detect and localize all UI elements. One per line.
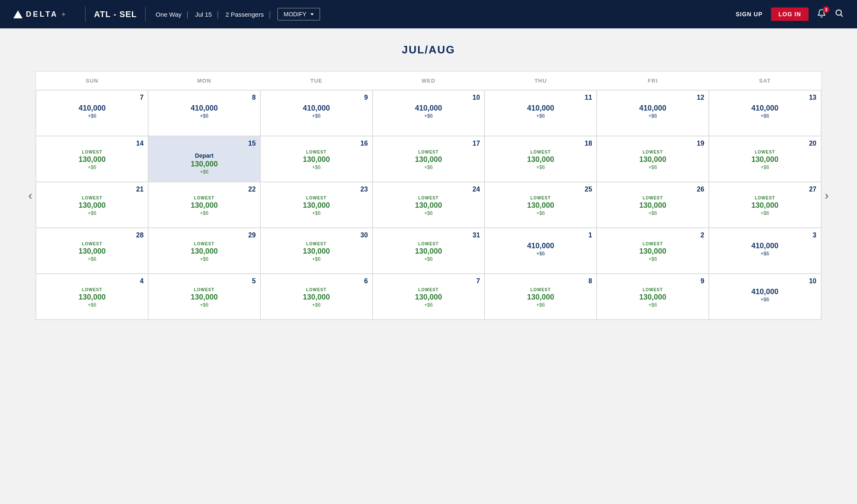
- cell-content: LOWEST130,000+$6: [489, 196, 592, 216]
- calendar-cell[interactable]: 3410,000+$6: [709, 228, 821, 274]
- lowest-label: LOWEST: [530, 150, 551, 154]
- lowest-label: LOWEST: [418, 196, 439, 200]
- calendar-cell[interactable]: 8LOWEST130,000+$6: [484, 274, 597, 320]
- cell-content: LOWEST130,000+$6: [601, 150, 704, 170]
- calendar-cell[interactable]: 15Depart130,000+$6: [148, 136, 260, 182]
- cell-fee: +$6: [537, 210, 545, 216]
- calendar-cell[interactable]: 21LOWEST130,000+$6: [36, 182, 148, 228]
- lowest-label: LOWEST: [82, 196, 102, 200]
- calendar-cell[interactable]: 10410,000+$6: [709, 274, 821, 320]
- cell-fee: +$6: [648, 113, 657, 119]
- calendar-cell[interactable]: 9LOWEST130,000+$6: [597, 274, 709, 320]
- cell-fee: +$6: [424, 256, 433, 262]
- calendar-cell[interactable]: 4LOWEST130,000+$6: [36, 274, 148, 320]
- cell-fee: +$6: [537, 302, 545, 308]
- calendar-cell[interactable]: 24LOWEST130,000+$6: [373, 182, 485, 228]
- cell-fee: +$6: [200, 210, 208, 216]
- calendar-cell[interactable]: 29LOWEST130,000+$6: [148, 228, 260, 274]
- calendar-cell[interactable]: 12410,000+$6: [597, 90, 709, 136]
- day-header-mon: MON: [148, 72, 260, 90]
- cell-fee: +$6: [648, 210, 657, 216]
- calendar-cell[interactable]: 2LOWEST130,000+$6: [597, 228, 709, 274]
- lowest-label: LOWEST: [306, 287, 327, 292]
- cell-content: 410,000+$6: [713, 287, 817, 302]
- calendar-cell[interactable]: 7410,000+$6: [36, 90, 148, 136]
- bell-badge: 3: [823, 6, 829, 13]
- cell-content: Depart130,000+$6: [153, 150, 256, 175]
- cell-date: 12: [697, 94, 704, 101]
- logo-text: DELTA: [26, 10, 58, 19]
- cell-points: 410,000: [527, 104, 554, 113]
- lowest-label: LOWEST: [82, 242, 102, 246]
- lowest-label: LOWEST: [306, 150, 327, 154]
- cell-points: 410,000: [751, 104, 779, 113]
- notifications-bell[interactable]: 3: [817, 9, 826, 20]
- cell-date: 2: [701, 232, 704, 239]
- calendar-cell[interactable]: 1410,000+$6: [484, 228, 597, 274]
- lowest-label: LOWEST: [530, 196, 551, 200]
- calendar-cell[interactable]: 27LOWEST130,000+$6: [709, 182, 821, 228]
- calendar-cell[interactable]: 8410,000+$6: [148, 90, 260, 136]
- cell-points: 130,000: [527, 155, 554, 164]
- cell-fee: +$6: [88, 164, 96, 170]
- login-button[interactable]: LOG IN: [771, 8, 809, 21]
- cell-points: 410,000: [415, 104, 442, 113]
- sep-3: |: [269, 10, 271, 19]
- cell-date: 24: [473, 186, 480, 193]
- cell-date: 8: [252, 94, 256, 101]
- search-button[interactable]: [834, 8, 844, 20]
- cell-content: LOWEST130,000+$6: [377, 196, 480, 216]
- calendar-cell[interactable]: 23LOWEST130,000+$6: [260, 182, 373, 228]
- cell-content: 410,000+$6: [713, 242, 817, 257]
- calendar-cell[interactable]: 22LOWEST130,000+$6: [148, 182, 260, 228]
- cell-points: 130,000: [527, 201, 554, 210]
- cell-content: 410,000+$6: [489, 242, 592, 257]
- trip-type-label: One Way: [156, 11, 181, 18]
- calendar-cell[interactable]: 11410,000+$6: [484, 90, 597, 136]
- calendar-wrapper: ‹ SUNMONTUEWEDTHUFRISAT 7410,000+$68410,…: [25, 71, 832, 320]
- calendar-cell[interactable]: 25LOWEST130,000+$6: [484, 182, 597, 228]
- cell-fee: +$6: [537, 251, 545, 257]
- cell-points: 130,000: [303, 155, 330, 164]
- lowest-label: LOWEST: [194, 196, 214, 200]
- cell-date: 31: [473, 232, 480, 239]
- calendar-cell[interactable]: 28LOWEST130,000+$6: [36, 228, 148, 274]
- cell-fee: +$6: [312, 210, 320, 216]
- cell-content: 410,000+$6: [713, 104, 817, 119]
- cell-fee: +$6: [648, 164, 657, 170]
- calendar-cell[interactable]: 9410,000+$6: [260, 90, 373, 136]
- calendar-cell[interactable]: 10410,000+$6: [373, 90, 485, 136]
- calendar-cell[interactable]: 26LOWEST130,000+$6: [597, 182, 709, 228]
- calendar-cell[interactable]: 18LOWEST130,000+$6: [484, 136, 597, 182]
- calendar-cell[interactable]: 6LOWEST130,000+$6: [260, 274, 373, 320]
- header-right: SIGN UP LOG IN 3: [736, 8, 844, 21]
- cell-content: LOWEST130,000+$6: [601, 196, 704, 216]
- day-header-tue: TUE: [260, 72, 373, 90]
- cell-date: 22: [248, 186, 256, 193]
- cell-content: LOWEST130,000+$6: [265, 287, 368, 308]
- lowest-label: LOWEST: [530, 287, 551, 292]
- lowest-label: LOWEST: [643, 150, 663, 154]
- main-content: JUL/AUG ‹ SUNMONTUEWEDTHUFRISAT 7410,000…: [0, 28, 857, 337]
- calendar-cell[interactable]: 17LOWEST130,000+$6: [373, 136, 485, 182]
- calendar-cell[interactable]: 5LOWEST130,000+$6: [148, 274, 260, 320]
- calendar-cell[interactable]: 31LOWEST130,000+$6: [373, 228, 485, 274]
- lowest-label: LOWEST: [82, 287, 102, 292]
- lowest-label: LOWEST: [306, 242, 327, 246]
- calendar-cell[interactable]: 13410,000+$6: [709, 90, 821, 136]
- calendar-cell[interactable]: 7LOWEST130,000+$6: [373, 274, 485, 320]
- calendar-cell[interactable]: 30LOWEST130,000+$6: [260, 228, 373, 274]
- chevron-down-icon: [310, 13, 314, 15]
- calendar-cell[interactable]: 20LOWEST130,000+$6: [709, 136, 821, 182]
- modify-button[interactable]: MODIFY: [277, 8, 320, 20]
- calendar-cell[interactable]: 14LOWEST130,000+$6: [36, 136, 148, 182]
- lowest-label: LOWEST: [194, 242, 214, 246]
- cell-points: 130,000: [527, 293, 554, 302]
- next-month-button[interactable]: ›: [822, 189, 832, 202]
- calendar-cell[interactable]: 19LOWEST130,000+$6: [597, 136, 709, 182]
- signup-button[interactable]: SIGN UP: [736, 11, 763, 18]
- cell-date: 21: [136, 186, 144, 193]
- cell-content: 410,000+$6: [601, 104, 704, 119]
- prev-month-button[interactable]: ‹: [25, 189, 35, 202]
- calendar-cell[interactable]: 16LOWEST130,000+$6: [260, 136, 373, 182]
